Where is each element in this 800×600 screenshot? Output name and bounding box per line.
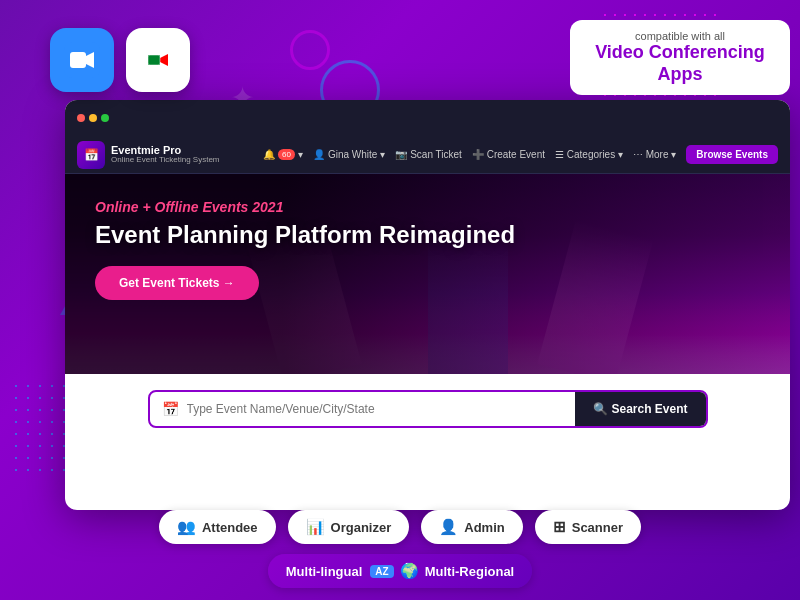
search-event-button[interactable]: 🔍 Search Event [575, 392, 705, 426]
multiregional-label: Multi-Regional [425, 564, 515, 579]
video-app-icons [50, 28, 190, 92]
svg-rect-1 [70, 52, 86, 68]
hero-tagline: Online + Offline Events 2021 [95, 199, 760, 215]
pills-row-1: 👥 Attendee 📊 Organizer 👤 Admin ⊞ Scanner [159, 510, 641, 544]
minimize-dot [89, 114, 97, 122]
nav-items: 🔔60▾ 👤 Gina White ▾ 📷 Scan Ticket ➕ Crea… [263, 145, 778, 164]
search-input[interactable] [187, 402, 564, 416]
attendee-icon: 👥 [177, 518, 196, 536]
browser-dots [77, 114, 109, 122]
hero-content: Online + Offline Events 2021 Event Plann… [65, 174, 790, 325]
browser-chrome [65, 100, 790, 136]
multilingual-label: Multi-lingual [286, 564, 363, 579]
organizer-icon: 📊 [306, 518, 325, 536]
organizer-pill[interactable]: 📊 Organizer [288, 510, 410, 544]
scanner-label: Scanner [572, 520, 623, 535]
calendar-icon: 📅 [162, 401, 179, 417]
google-meet-icon [126, 28, 190, 92]
compat-badge: compatible with all Video Conferencing A… [570, 20, 790, 95]
hero-title: Event Planning Platform Reimagined [95, 221, 760, 250]
feature-pills: 👥 Attendee 📊 Organizer 👤 Admin ⊞ Scanner… [0, 510, 800, 588]
az-badge: AZ [370, 565, 393, 578]
browser-window: 📅 Eventmie Pro Online Event Ticketing Sy… [65, 100, 790, 510]
search-bar: 📅 🔍 Search Event [148, 390, 708, 428]
hero-section: Online + Offline Events 2021 Event Plann… [65, 174, 790, 374]
admin-icon: 👤 [439, 518, 458, 536]
app-brand: 📅 Eventmie Pro Online Event Ticketing Sy… [77, 141, 220, 169]
nav-more[interactable]: ⋯ More ▾ [633, 149, 676, 160]
compat-line2: Video Conferencing Apps [586, 42, 774, 85]
nav-notifications[interactable]: 🔔60▾ [263, 149, 303, 160]
nav-categories[interactable]: ☰ Categories ▾ [555, 149, 623, 160]
globe-icon: 🌍 [400, 562, 419, 580]
nav-username: Gina White [328, 149, 377, 160]
search-input-wrapper: 📅 [150, 401, 576, 417]
multilingual-pill[interactable]: Multi-lingual AZ 🌍 Multi-Regional [268, 554, 532, 588]
maximize-dot [101, 114, 109, 122]
attendee-pill[interactable]: 👥 Attendee [159, 510, 276, 544]
pills-row-2: Multi-lingual AZ 🌍 Multi-Regional [268, 554, 532, 588]
app-navbar: 📅 Eventmie Pro Online Event Ticketing Sy… [65, 136, 790, 174]
browse-events-button[interactable]: Browse Events [686, 145, 778, 164]
nav-user[interactable]: 👤 Gina White ▾ [313, 149, 385, 160]
brand-text: Eventmie Pro Online Event Ticketing Syst… [111, 144, 220, 165]
close-dot [77, 114, 85, 122]
attendee-label: Attendee [202, 520, 258, 535]
circle-decoration-2 [290, 30, 330, 70]
admin-pill[interactable]: 👤 Admin [421, 510, 522, 544]
brand-sub: Online Event Ticketing System [111, 156, 220, 165]
nav-create-event[interactable]: ➕ Create Event [472, 149, 545, 160]
zoom-icon [50, 28, 114, 92]
organizer-label: Organizer [331, 520, 392, 535]
nav-scan-ticket[interactable]: 📷 Scan Ticket [395, 149, 461, 160]
get-tickets-button[interactable]: Get Event Tickets → [95, 266, 259, 300]
compat-line1: compatible with all [586, 30, 774, 42]
scanner-pill[interactable]: ⊞ Scanner [535, 510, 641, 544]
brand-icon: 📅 [77, 141, 105, 169]
admin-label: Admin [464, 520, 504, 535]
scanner-icon: ⊞ [553, 518, 566, 536]
search-section: 📅 🔍 Search Event [65, 374, 790, 444]
